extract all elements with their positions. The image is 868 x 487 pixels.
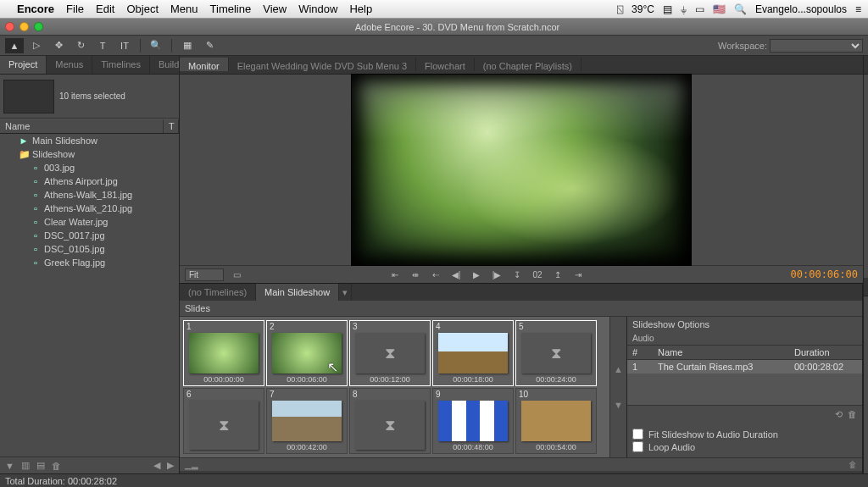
layers-tab[interactable]: Styles — [864, 278, 868, 296]
slide-item[interactable]: 1000:00:54:00 — [515, 388, 597, 454]
audio-list-body[interactable] — [627, 374, 862, 405]
direct-selection-tool[interactable]: ▷ — [27, 38, 46, 53]
trash-icon[interactable]: 🗑 — [849, 460, 857, 469]
close-window-button[interactable] — [5, 22, 14, 31]
tree-item[interactable]: ►Main Slideshow — [0, 134, 179, 147]
slide-item[interactable]: 200:00:06:00 — [266, 320, 348, 386]
minimize-window-button[interactable] — [19, 22, 29, 31]
move-tool[interactable]: ✥ — [49, 38, 68, 53]
goto-in-icon[interactable]: ⇤ — [387, 268, 403, 281]
menu-edit[interactable]: Edit — [96, 3, 114, 15]
tree-item[interactable]: ▫003.jpg — [0, 161, 179, 174]
timeline-tab[interactable]: (no Timelines) — [180, 284, 256, 301]
zoom-tool[interactable]: 🔍 — [147, 38, 165, 53]
menu-timeline[interactable]: Timeline — [210, 3, 252, 15]
menu-menu[interactable]: Menu — [170, 3, 198, 15]
zoom-slider-icon[interactable]: ▁▂ — [185, 460, 198, 469]
timeline-tab[interactable]: Main Slideshow — [256, 284, 339, 301]
chapter-down-icon[interactable]: ▼ — [614, 400, 623, 410]
monitor-tab[interactable]: Flowchart — [416, 58, 475, 71]
audio-row[interactable]: 1 The Curtain Rises.mp3 00:00:28:02 — [627, 360, 862, 374]
app-name[interactable]: Encore — [17, 3, 54, 15]
delete-audio-icon[interactable]: 🗑 — [848, 409, 857, 420]
tree-item[interactable]: ▫Athens-Walk_210.jpg — [0, 202, 179, 215]
vertical-text-tool[interactable]: IT — [115, 38, 134, 53]
menu-view[interactable]: View — [263, 3, 287, 15]
layers-panel[interactable] — [864, 296, 868, 473]
menu-file[interactable]: File — [66, 3, 84, 15]
step-value[interactable]: 02 — [530, 268, 545, 281]
spotlight-icon[interactable]: 🔍 — [734, 3, 747, 15]
project-tree[interactable]: ►Main Slideshow📁Slideshow▫003.jpg▫Athens… — [0, 134, 179, 457]
menu-window[interactable]: Window — [298, 3, 337, 15]
slides-grid[interactable]: 100:00:00:00200:00:06:003⧗00:00:12:00400… — [180, 317, 609, 457]
play-button[interactable]: ▶ — [469, 268, 484, 281]
battery-icon[interactable]: ▭ — [695, 3, 704, 15]
goto-out-icon[interactable]: ⇥ — [570, 268, 586, 281]
new-folder-icon[interactable]: ▤ — [36, 460, 45, 471]
filter-icon[interactable]: ▼ — [5, 461, 14, 471]
slide-item[interactable]: 8⧗ — [349, 388, 431, 454]
inspector-tab[interactable]: Library — [864, 56, 868, 74]
slide-item[interactable]: 6⧗ — [183, 388, 264, 454]
goto-next-icon[interactable]: |▶ — [489, 268, 504, 281]
loop-audio-checkbox[interactable]: Loop Audio — [632, 441, 857, 452]
monitor-tab[interactable]: Monitor — [180, 58, 229, 71]
file-icon: ▫ — [31, 244, 41, 254]
slide-item[interactable]: 900:00:48:00 — [432, 388, 514, 454]
tree-item[interactable]: ▫Greek Flag.jpg — [0, 256, 179, 269]
project-preview: 10 items selected — [0, 75, 179, 119]
slide-item[interactable]: 700:00:42:00 — [266, 388, 348, 454]
selection-tool[interactable]: ▲ — [5, 38, 24, 53]
tree-item[interactable]: 📁Slideshow — [0, 147, 179, 161]
tab-timelines[interactable]: Timelines — [92, 56, 150, 74]
menu-object[interactable]: Object — [126, 3, 159, 15]
col-type[interactable]: T — [164, 119, 179, 133]
tree-item[interactable]: ▫DSC_0017.jpg — [0, 229, 179, 242]
preview-tool[interactable]: ▦ — [178, 38, 197, 53]
slide-item[interactable]: 5⧗00:00:24:00 — [515, 320, 597, 386]
rotate-tool[interactable]: ↻ — [71, 38, 90, 53]
col-name[interactable]: Name — [0, 119, 164, 133]
menu-extra-icon[interactable]: ≡ — [855, 3, 861, 15]
dropbox-icon[interactable]: ⍂ — [617, 3, 623, 15]
slide-item[interactable]: 400:00:18:00 — [432, 320, 514, 386]
slide-item[interactable]: 100:00:00:00 — [183, 320, 264, 386]
chapter-up-icon[interactable]: ▲ — [614, 364, 623, 374]
display-icon[interactable]: ▤ — [663, 3, 672, 15]
flag-icon[interactable]: 🇺🇸 — [713, 3, 726, 15]
timeline-menu-icon[interactable]: ▾ — [339, 284, 352, 301]
user-menu[interactable]: Evangelo...sopoulos — [755, 3, 847, 15]
step-fwd-icon[interactable]: ↧ — [509, 268, 525, 281]
tab-project[interactable]: Project — [0, 56, 47, 74]
scroll-right-icon[interactable]: ▶ — [167, 460, 174, 471]
tree-item[interactable]: ▫Athens-Walk_181.jpg — [0, 188, 179, 202]
step-back5-icon[interactable]: ⇺ — [408, 268, 423, 281]
slide-item[interactable]: 3⧗00:00:12:00 — [349, 320, 431, 386]
fit-to-audio-checkbox[interactable]: Fit Slideshow to Audio Duration — [632, 429, 857, 440]
tree-item[interactable]: ▫Athens Airport.jpg — [0, 174, 179, 188]
tree-item[interactable]: ▫Clear Water.jpg — [0, 215, 179, 229]
new-item-icon[interactable]: ▥ — [21, 460, 30, 471]
monitor-tab[interactable]: (no Chapter Playlists) — [475, 58, 581, 71]
project-column-header: Name T — [0, 119, 179, 134]
goto-prev-icon[interactable]: ◀| — [448, 268, 464, 281]
safe-margins-icon[interactable]: ▭ — [229, 268, 244, 281]
monitor-tab[interactable]: Elegant Wedding Wide DVD Sub Menu 3 — [229, 58, 416, 71]
tab-menus[interactable]: Menus — [47, 56, 92, 74]
wifi-icon[interactable]: ⏚ — [681, 3, 687, 15]
tree-item[interactable]: ▫DSC_0105.jpg — [0, 242, 179, 256]
monitor-viewer[interactable] — [180, 75, 863, 265]
delete-icon[interactable]: 🗑 — [52, 461, 61, 471]
workspace-select[interactable] — [770, 39, 863, 53]
step-fwd5-icon[interactable]: ↥ — [550, 268, 565, 281]
step-back-icon[interactable]: ⇠ — [428, 268, 443, 281]
zoom-window-button[interactable] — [34, 22, 43, 31]
edit-menu-tool[interactable]: ✎ — [200, 38, 219, 53]
text-tool[interactable]: T — [93, 38, 112, 53]
timecode[interactable]: 00:00:06:00 — [791, 268, 858, 280]
scroll-left-icon[interactable]: ◀ — [153, 460, 160, 471]
menu-help[interactable]: Help — [349, 3, 372, 15]
link-icon[interactable]: ⟲ — [835, 409, 843, 420]
zoom-fit-select[interactable] — [185, 268, 224, 281]
